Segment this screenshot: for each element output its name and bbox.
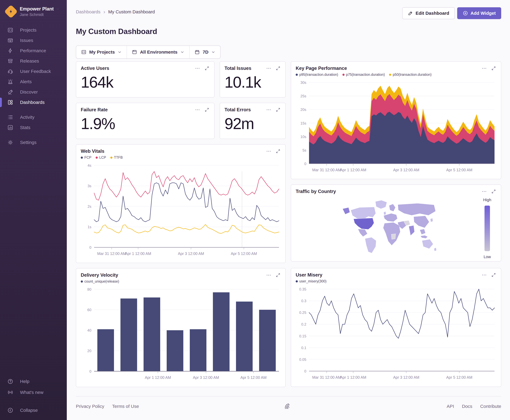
footer-link-terms-of-use[interactable]: Terms of Use [112,404,139,409]
sidebar-item-activity[interactable]: Activity [0,112,67,122]
user-misery-chart[interactable]: 0.350.30.250.20.150.10.050Mar 31 12:00 A… [296,287,496,381]
widget-menu-button[interactable] [266,149,271,154]
svg-text:Apr 5 12:00 AM: Apr 5 12:00 AM [240,375,266,380]
legend-item[interactable]: count_unique(release) [81,279,119,284]
pencil-icon [408,10,413,16]
add-widget-button[interactable]: Add Widget [457,7,501,19]
breadcrumb-current: My Custom Dashboard [108,9,155,15]
svg-text:Apr 3 12:00 AM: Apr 3 12:00 AM [393,375,419,379]
sidebar-item-help[interactable]: Help [0,376,67,387]
org-name: Empower Plant [20,6,54,12]
whatsnew-icon [7,389,13,395]
widget-expand-button[interactable] [275,272,281,278]
widget-menu-button[interactable] [195,107,200,112]
legend-item[interactable]: LCP [96,156,106,160]
widget-menu-button[interactable] [195,66,200,71]
chevron-down-icon [56,7,60,11]
chart-legend: p95(transaction.duration)p75(transaction… [296,73,496,77]
sidebar-item-label: Activity [20,115,34,120]
widget-menu-button[interactable] [481,189,487,194]
widget-total-errors: Total Errors 92m [220,103,286,139]
map-legend-high: High [483,198,491,202]
widget-menu-button[interactable] [481,272,487,278]
legend-dot [296,280,298,282]
widget-expand-button[interactable] [204,107,210,112]
breadcrumb-dashboards[interactable]: Dashboards [76,9,101,15]
legend-item[interactable]: p75(transaction.duration) [342,73,385,77]
legend-item[interactable]: p95(transaction.duration) [296,73,338,77]
environment-filter[interactable]: All Environments [126,46,189,58]
edit-dashboard-button[interactable]: Edit Dashboard [402,7,455,19]
legend-item[interactable]: FCP [81,156,91,160]
chart-legend: user_misery(300) [296,279,496,283]
legend-label: user_misery(300) [299,279,326,283]
kpi-value: 10.1k [224,73,281,91]
widget-expand-button[interactable] [491,66,496,71]
widget-expand-button[interactable] [275,107,281,112]
footer-link-contribute[interactable]: Contribute [480,404,501,409]
svg-text:0: 0 [89,245,91,249]
svg-text:0: 0 [89,369,91,373]
svg-text:1s: 1s [88,225,91,229]
legend-dot [389,74,391,76]
sidebar-item-label: Dashboards [20,100,45,105]
web-vitals-chart[interactable]: 4s3s2s1s0Mar 31 12:00 AMApr 1 12:00 AMAp… [81,164,281,257]
sidebar-item-performance[interactable]: Performance [0,45,67,56]
footer-link-api[interactable]: API [447,404,454,409]
breadcrumb-separator: › [103,9,105,15]
delivery-velocity-chart[interactable]: 806040200Apr 1 12:00 AMApr 3 12:00 AMApr… [81,287,281,381]
svg-text:Apr 5 12:00 AM: Apr 5 12:00 AM [446,375,472,379]
world-map[interactable] [312,197,461,256]
widget-menu-button[interactable] [481,66,487,71]
filter-bar: My Projects All Environments 7D [76,45,221,59]
discover-icon [7,89,13,95]
legend-item[interactable]: TTFB [110,156,123,160]
widget-expand-button[interactable] [491,272,496,278]
date-range-filter[interactable]: 7D [189,46,220,58]
svg-text:4s: 4s [88,164,91,167]
chevron-down-icon [180,50,185,54]
widget-menu-button[interactable] [266,66,271,71]
legend-label: LCP [99,156,106,160]
widget-menu-button[interactable] [266,107,271,112]
sidebar-item-projects[interactable]: Projects [0,25,67,35]
alerts-icon [7,79,13,85]
widget-expand-button[interactable] [275,66,281,71]
widget-failure-rate: Failure Rate 1.9% [76,103,214,139]
sidebar-item-dashboards[interactable]: Dashboards [0,97,67,107]
sidebar-item-settings[interactable]: Settings [0,137,67,148]
sidebar-item-releases[interactable]: Releases [0,56,67,66]
footer-link-privacy-policy[interactable]: Privacy Policy [76,404,104,409]
key-page-performance-chart[interactable]: 30s25s20s15s10s5s0Mar 31 12:00 AMApr 1 1… [296,81,496,173]
chart-legend: count_unique(release) [81,279,281,284]
legend-item[interactable]: user_misery(300) [296,279,326,283]
widget-expand-button[interactable] [275,149,281,154]
widget-title: Total Issues [224,66,251,71]
project-filter[interactable]: My Projects [76,46,126,58]
widget-title: Web Vitals [81,149,104,154]
widget-expand-button[interactable] [204,66,210,71]
sidebar-item-stats[interactable]: Stats [0,122,67,133]
legend-label: p75(transaction.duration) [346,73,385,77]
svg-text:10s: 10s [300,135,306,139]
widget-title: Failure Rate [81,107,108,112]
sidebar-item-label: Releases [20,59,39,64]
widget-traffic-by-country: Traffic by Country [291,185,501,262]
sidebar-item-collapse[interactable]: Collapse [0,405,67,416]
sidebar-item-user-feedback[interactable]: User Feedback [0,66,67,76]
svg-text:0.05: 0.05 [299,357,306,361]
sidebar-item-issues[interactable]: Issues [0,35,67,45]
feedback-icon [7,68,13,75]
widget-menu-button[interactable] [266,272,271,278]
legend-dot [296,74,298,76]
sidebar-item-discover[interactable]: Discover [0,87,67,97]
widget-active-users: Active Users 164k [76,61,214,98]
sidebar-item-alerts[interactable]: Alerts [0,76,67,87]
svg-text:3s: 3s [88,184,91,188]
sidebar-item-what-s-new[interactable]: What's new [0,387,67,398]
org-switcher[interactable]: Empower Plant Jane Schmidt [0,0,67,22]
widget-expand-button[interactable] [491,189,496,194]
legend-dot [96,157,98,159]
legend-item[interactable]: p50(transaction.duration) [389,73,431,77]
footer-link-docs[interactable]: Docs [462,404,472,409]
